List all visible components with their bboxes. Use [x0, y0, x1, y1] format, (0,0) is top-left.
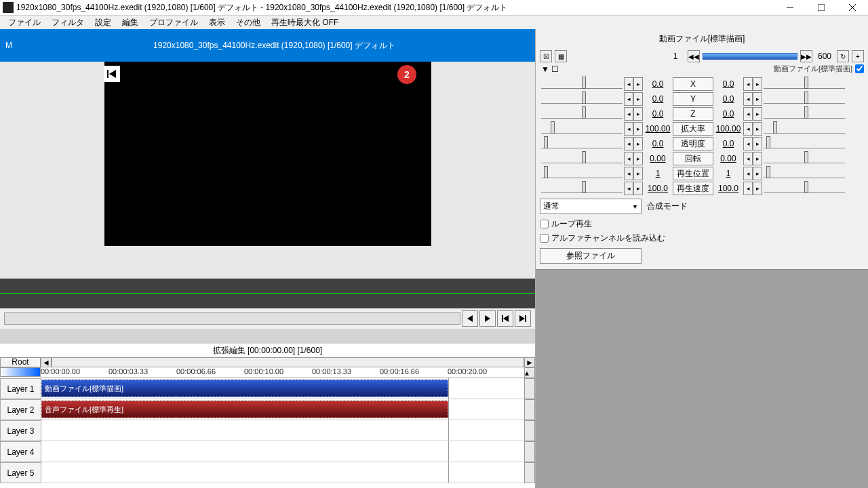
param-slider-right[interactable] — [764, 94, 845, 104]
video-canvas[interactable] — [104, 62, 431, 246]
timeline-vscroll[interactable] — [524, 399, 535, 420]
timeline-scroll-left[interactable]: ◄ — [41, 357, 52, 367]
param-slider-left[interactable] — [541, 124, 623, 134]
param-slider-left[interactable] — [541, 94, 623, 104]
param-slider-right[interactable] — [764, 184, 845, 193]
timeline-vscroll[interactable] — [524, 462, 535, 483]
frame-range-slider[interactable] — [703, 53, 797, 60]
param-value-right[interactable]: 0.0 — [713, 79, 743, 89]
param-inc-right[interactable]: ▸ — [753, 122, 762, 136]
param-dec-left[interactable]: ◂ — [624, 167, 633, 180]
param-dec-left[interactable]: ◂ — [624, 122, 633, 136]
param-value-left[interactable]: 100.0 — [643, 184, 673, 193]
param-dec-right[interactable]: ◂ — [743, 122, 753, 136]
param-value-left[interactable]: 0.00 — [643, 154, 673, 163]
param-value-left[interactable]: 0.0 — [643, 109, 673, 119]
layer-track[interactable]: 動画ファイル[標準描画] — [41, 378, 524, 399]
menu-file[interactable]: ファイル — [3, 16, 46, 30]
param-name-button[interactable]: Y — [673, 92, 713, 106]
layer-label[interactable]: Layer 2 — [0, 399, 41, 420]
layer-track[interactable] — [41, 441, 524, 462]
timeline-vscroll-up[interactable]: ▴ — [524, 367, 535, 378]
minimize-button[interactable] — [774, 0, 806, 15]
menu-profile[interactable]: プロファイル — [144, 16, 203, 30]
go-start-button[interactable] — [497, 310, 513, 327]
layer-label[interactable]: Layer 5 — [0, 462, 41, 483]
menu-view[interactable]: 表示 — [203, 16, 231, 30]
param-slider-right[interactable] — [764, 79, 845, 89]
param-name-button[interactable]: X — [673, 77, 713, 91]
menu-other[interactable]: その他 — [231, 16, 266, 30]
param-dec-left[interactable]: ◂ — [624, 182, 633, 195]
param-inc-left[interactable]: ▸ — [633, 107, 643, 121]
param-slider-left[interactable] — [541, 139, 623, 148]
param-name-button[interactable]: 拡大率 — [673, 122, 713, 136]
toggle-a-icon[interactable]: ☒ — [540, 50, 552, 62]
clip-video[interactable]: 動画ファイル[標準描画] — [41, 380, 448, 397]
param-inc-left[interactable]: ▸ — [633, 92, 643, 106]
param-value-right[interactable]: 100.0 — [713, 184, 743, 193]
skip-to-start-icon[interactable] — [104, 66, 120, 82]
frame-loop-icon[interactable]: ↻ — [837, 50, 849, 62]
clip-audio[interactable]: 音声ファイル[標準再生] — [41, 401, 448, 418]
pane-divider[interactable]: 1 — [0, 329, 535, 344]
param-dec-right[interactable]: ◂ — [743, 137, 753, 150]
param-value-right[interactable]: 0.0 — [713, 109, 743, 119]
time-ruler[interactable]: 00:00:00.0000:00:03.3300:00:06.6600:00:1… — [41, 367, 524, 378]
timeline-vscroll[interactable] — [524, 441, 535, 462]
param-dec-right[interactable]: ◂ — [743, 77, 753, 91]
menu-playmax[interactable]: 再生時最大化 OFF — [266, 16, 344, 30]
param-dec-right[interactable]: ◂ — [743, 107, 753, 121]
maximize-button[interactable] — [806, 0, 837, 15]
param-value-left[interactable]: 0.0 — [643, 79, 673, 89]
param-slider-right[interactable] — [764, 154, 845, 163]
param-value-right[interactable]: 0.0 — [713, 139, 743, 148]
param-slider-left[interactable] — [541, 154, 623, 163]
param-dec-right[interactable]: ◂ — [743, 182, 753, 195]
frame-prev-button[interactable]: ◀◀ — [688, 50, 700, 62]
scene-root-button[interactable]: Root — [0, 357, 41, 367]
close-button[interactable] — [837, 0, 868, 15]
reference-file-button[interactable]: 参照ファイル — [540, 248, 642, 264]
param-inc-left[interactable]: ▸ — [633, 152, 643, 165]
param-dec-left[interactable]: ◂ — [624, 92, 633, 106]
param-value-left[interactable]: 100.00 — [643, 124, 673, 134]
param-value-left[interactable]: 0.0 — [643, 139, 673, 148]
param-slider-left[interactable] — [541, 109, 623, 119]
menu-edit[interactable]: 編集 — [117, 16, 144, 30]
prev-frame-button[interactable] — [462, 310, 478, 327]
layer-track[interactable]: 音声ファイル[標準再生] — [41, 399, 524, 420]
zoom-gradient[interactable] — [0, 367, 41, 377]
frame-next-button[interactable]: ▶▶ — [800, 50, 812, 62]
param-value-right[interactable]: 0.0 — [713, 94, 743, 104]
param-value-left[interactable]: 0.0 — [643, 94, 673, 104]
param-inc-left[interactable]: ▸ — [633, 77, 643, 91]
param-inc-right[interactable]: ▸ — [753, 107, 762, 121]
param-value-right[interactable]: 100.00 — [713, 124, 743, 134]
timeline-hscroll-track[interactable] — [52, 357, 524, 367]
expand-icon[interactable]: ▼ ☐ — [541, 64, 559, 74]
layer-label[interactable]: Layer 3 — [0, 420, 41, 441]
loop-checkbox[interactable] — [540, 220, 549, 228]
timeline-vscroll[interactable] — [524, 420, 535, 441]
param-slider-left[interactable] — [541, 79, 623, 89]
param-dec-left[interactable]: ◂ — [624, 77, 633, 91]
param-name-button[interactable]: 再生速度 — [673, 182, 713, 195]
blend-mode-combo[interactable]: 通常▼ — [540, 199, 642, 214]
param-slider-right[interactable] — [764, 169, 845, 178]
param-inc-left[interactable]: ▸ — [633, 167, 643, 180]
layer-label[interactable]: Layer 4 — [0, 441, 41, 462]
param-inc-right[interactable]: ▸ — [753, 182, 762, 195]
param-slider-left[interactable] — [541, 169, 623, 178]
param-inc-right[interactable]: ▸ — [753, 137, 762, 150]
param-dec-right[interactable]: ◂ — [743, 92, 753, 106]
timeline-scroll-right[interactable]: ► — [524, 357, 535, 367]
param-dec-left[interactable]: ◂ — [624, 137, 633, 150]
param-inc-right[interactable]: ▸ — [753, 167, 762, 180]
toggle-b-icon[interactable]: ▦ — [555, 50, 567, 62]
param-dec-left[interactable]: ◂ — [624, 152, 633, 165]
param-value-right[interactable]: 1 — [713, 169, 743, 178]
param-dec-right[interactable]: ◂ — [743, 167, 753, 180]
param-slider-right[interactable] — [764, 139, 845, 148]
menu-settings[interactable]: 設定 — [90, 16, 117, 30]
